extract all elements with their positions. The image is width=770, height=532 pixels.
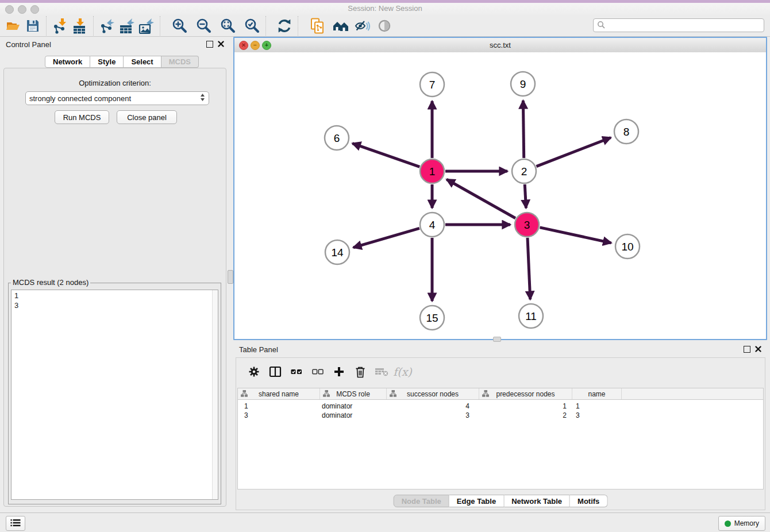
network-graph[interactable]: 7968124314101511	[234, 52, 766, 339]
function-builder-icon[interactable]: f(x)	[392, 363, 413, 380]
graph-edge-3-11[interactable]	[528, 238, 530, 299]
table-panel: Table Panel	[233, 342, 767, 511]
export-table-icon[interactable]	[117, 17, 137, 34]
dropdown-value: strongly connected component	[29, 94, 131, 103]
application-window: Session: New Session	[0, 0, 770, 532]
column-header-name[interactable]: name	[572, 388, 622, 399]
close-panel-icon[interactable]	[218, 40, 224, 49]
toolbar-separator	[93, 16, 94, 36]
table-toolbar: f(x)	[236, 358, 765, 385]
graph-edge-3-10[interactable]	[540, 228, 611, 243]
zoom-in-icon[interactable]	[170, 17, 190, 34]
graph-node-label-10: 10	[621, 241, 633, 253]
show-all-icon[interactable]	[375, 17, 394, 34]
home-icon[interactable]	[331, 17, 351, 34]
add-column-icon[interactable]	[328, 363, 349, 380]
column-header-predecessor-nodes[interactable]: predecessor nodes	[479, 388, 572, 399]
apply-layout-icon[interactable]	[275, 17, 294, 34]
table-settings-icon[interactable]	[243, 363, 264, 380]
graph-edge-1-6[interactable]	[352, 144, 419, 167]
mcds-result-box: MCDS result (2 nodes) 1 3	[8, 283, 221, 504]
main-toolbar	[0, 15, 770, 37]
column-header-mcds-role[interactable]: MCDS role	[320, 388, 387, 399]
network-canvas[interactable]: 7968124314101511	[234, 52, 766, 339]
graph-edge-2-8[interactable]	[536, 137, 611, 166]
column-type-icon	[323, 390, 330, 399]
graph-node-label-4: 4	[429, 219, 436, 231]
task-history-button[interactable]	[6, 516, 25, 531]
save-session-icon[interactable]	[23, 17, 43, 34]
tab-mcds[interactable]: MCDS	[161, 56, 199, 68]
column-type-icon	[482, 390, 489, 399]
graph-edge-2-9[interactable]	[523, 101, 523, 158]
import-table-icon[interactable]	[70, 17, 90, 34]
open-session-icon[interactable]	[3, 17, 23, 34]
export-image-icon[interactable]	[137, 17, 156, 34]
tab-style[interactable]: Style	[90, 56, 124, 68]
graph-node-label-3: 3	[524, 219, 530, 231]
tab-motifs[interactable]: Motifs	[570, 495, 607, 507]
close-panel-button[interactable]: Close panel	[117, 110, 177, 124]
graph-node-label-15: 15	[426, 312, 438, 324]
control-panel-title: Control Panel	[6, 40, 51, 49]
tab-node-table[interactable]: Node Table	[394, 495, 449, 507]
table-splitter-handle[interactable]	[493, 337, 501, 342]
table-type-tabs: Node Table Edge Table Network Table Moti…	[394, 495, 608, 507]
mcds-result-title: MCDS result (2 nodes)	[11, 278, 90, 287]
graph-edge-3-1[interactable]	[446, 179, 515, 218]
table-row[interactable]: 3 dominator 3 2 3	[238, 411, 763, 420]
memory-label: Memory	[734, 519, 759, 527]
graph-node-label-9: 9	[520, 78, 526, 90]
export-network-icon[interactable]	[98, 17, 117, 34]
column-type-icon	[390, 390, 396, 399]
destroy-table-icon[interactable]	[371, 363, 392, 380]
graph-node-label-14: 14	[331, 246, 344, 259]
search-input[interactable]	[593, 18, 764, 32]
memory-button[interactable]: Memory	[718, 516, 765, 531]
result-line: 1	[14, 291, 218, 300]
tab-select[interactable]: Select	[124, 56, 161, 68]
zoom-fit-icon[interactable]	[218, 17, 238, 34]
result-scrollbar[interactable]	[212, 290, 218, 499]
table-row[interactable]: 1 dominator 4 1 1	[238, 402, 763, 411]
network-window-title: scc.txt	[234, 41, 766, 49]
tab-edge-table[interactable]: Edge Table	[449, 495, 504, 507]
graph-edge-2-3[interactable]	[525, 184, 526, 208]
toolbar-separator	[46, 16, 47, 36]
graph-node-label-6: 6	[334, 132, 340, 144]
column-type-icon	[241, 390, 248, 399]
float-panel-icon[interactable]	[206, 41, 213, 48]
graph-node-label-7: 7	[429, 79, 436, 91]
zoom-selected-icon[interactable]	[242, 17, 262, 34]
deselect-all-icon[interactable]	[307, 363, 328, 380]
close-table-panel-icon[interactable]	[755, 345, 761, 354]
control-panel-tabs: Network Style Select MCDS	[45, 56, 199, 68]
zoom-out-icon[interactable]	[194, 17, 214, 34]
optimization-criterion-label: Optimization criterion:	[0, 79, 230, 87]
run-mcds-button[interactable]: Run MCDS	[55, 110, 109, 124]
toolbar-separator	[160, 16, 161, 36]
list-icon	[10, 519, 21, 529]
table-panel-body: f(x) shared name MCDS role successor nod…	[236, 357, 765, 510]
column-header-successor-nodes[interactable]: successor nodes	[387, 388, 479, 399]
mcds-result-textarea[interactable]: 1 3	[11, 290, 218, 500]
panel-splitter-handle[interactable]	[228, 270, 233, 284]
table-panel-title: Table Panel	[239, 345, 278, 354]
float-table-panel-icon[interactable]	[744, 346, 750, 353]
tab-network[interactable]: Network	[45, 56, 90, 68]
node-table: shared name MCDS role successor nodes pr…	[237, 388, 764, 489]
select-all-icon[interactable]	[286, 363, 307, 380]
import-network-icon[interactable]	[51, 17, 70, 34]
delete-column-icon[interactable]	[349, 363, 371, 380]
graph-node-label-11: 11	[525, 310, 537, 322]
network-window-titlebar[interactable]: ✕ − + scc.txt	[234, 38, 766, 53]
tab-network-table[interactable]: Network Table	[504, 495, 570, 507]
graph-node-label-8: 8	[623, 126, 630, 138]
show-columns-icon[interactable]	[264, 363, 286, 380]
graph-node-label-2: 2	[521, 165, 528, 178]
graph-edge-4-14[interactable]	[353, 228, 419, 247]
optimization-criterion-select[interactable]: strongly connected component	[25, 91, 209, 105]
hide-selected-icon[interactable]	[353, 17, 372, 34]
clone-network-icon[interactable]	[308, 17, 328, 34]
column-header-shared-name[interactable]: shared name	[238, 388, 320, 399]
